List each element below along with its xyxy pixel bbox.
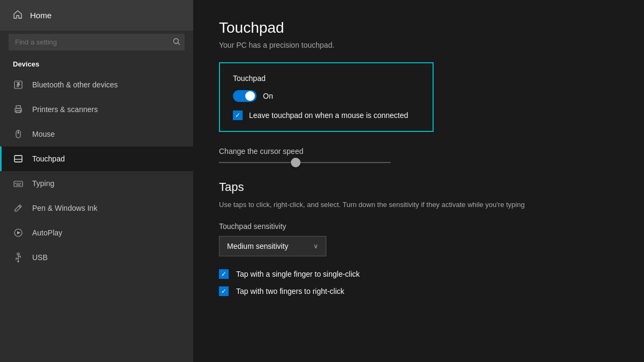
sidebar-item-pen[interactable]: Pen & Windows Ink [0, 196, 193, 220]
checkmark-icon: ✓ [221, 288, 226, 294]
two-finger-tap-checkbox[interactable]: ✓ [219, 286, 229, 296]
sidebar-home-button[interactable]: Home [0, 0, 193, 31]
svg-point-13 [18, 132, 19, 134]
typing-icon [13, 178, 24, 189]
pen-icon [13, 203, 24, 213]
slider-thumb[interactable] [291, 158, 301, 167]
cursor-speed-slider-container [219, 162, 391, 163]
autoplay-icon [13, 227, 24, 238]
svg-point-10 [20, 109, 21, 110]
svg-rect-16 [14, 181, 23, 187]
chevron-down-icon: ∨ [313, 242, 318, 250]
touchpad-icon [13, 153, 24, 164]
single-tap-label: Tap with a single finger to single-click [236, 270, 360, 278]
home-label: Home [30, 11, 52, 20]
svg-rect-14 [14, 156, 22, 162]
leave-touchpad-checkbox-row: ✓ Leave touchpad on when a mouse is conn… [233, 110, 420, 120]
search-icon [173, 38, 180, 47]
taps-description: Use taps to click, right-click, and sele… [219, 200, 541, 210]
svg-line-22 [19, 206, 20, 208]
touchpad-toggle-row: On [233, 90, 420, 102]
leave-touchpad-checkbox[interactable]: ✓ [233, 110, 243, 120]
search-input[interactable] [9, 34, 185, 50]
svg-point-31 [18, 261, 19, 263]
sidebar-item-label: Typing [32, 179, 54, 188]
sensitivity-value: Medium sensitivity [227, 242, 288, 250]
toggle-on-label: On [263, 92, 273, 100]
sidebar-item-printers[interactable]: Printers & scanners [0, 97, 193, 122]
single-tap-checkbox-row: ✓ Tap with a single finger to single-cli… [219, 269, 618, 279]
touchpad-toggle-box: Touchpad On ✓ Leave touchpad on when a m… [219, 62, 434, 132]
sidebar-item-typing[interactable]: Typing [0, 171, 193, 196]
single-tap-checkbox[interactable]: ✓ [219, 269, 229, 279]
sidebar-item-label: Bluetooth & other devices [32, 80, 118, 89]
sidebar-section-label: Devices [0, 58, 193, 72]
sidebar-item-label: USB [32, 253, 48, 262]
main-content: Touchpad Your PC has a precision touchpa… [193, 0, 644, 362]
bluetooth-icon [13, 79, 24, 90]
page-title: Touchpad [219, 19, 618, 36]
sidebar-item-label: AutoPlay [32, 228, 62, 237]
svg-marker-24 [17, 231, 20, 234]
sidebar-item-bluetooth[interactable]: Bluetooth & other devices [0, 72, 193, 97]
sidebar-item-label: Touchpad [32, 154, 65, 163]
home-icon [13, 10, 23, 21]
sidebar-item-touchpad[interactable]: Touchpad [0, 146, 193, 171]
page-subtitle: Your PC has a precision touchpad. [219, 41, 618, 49]
taps-title: Taps [219, 180, 618, 194]
sidebar-item-mouse[interactable]: Mouse [0, 122, 193, 146]
svg-rect-8 [16, 106, 20, 108]
checkmark-icon: ✓ [221, 271, 226, 277]
sidebar-item-usb[interactable]: USB [0, 245, 193, 270]
two-finger-tap-label: Tap with two fingers to right-click [236, 287, 345, 295]
printer-icon [13, 104, 24, 115]
search-container [9, 34, 185, 50]
mouse-icon [13, 129, 24, 139]
two-finger-tap-checkbox-row: ✓ Tap with two fingers to right-click [219, 286, 618, 296]
usb-icon [13, 252, 24, 263]
svg-point-0 [174, 39, 179, 43]
touchpad-toggle[interactable] [233, 90, 257, 102]
sidebar-item-label: Printers & scanners [32, 105, 98, 114]
leave-touchpad-label: Leave touchpad on when a mouse is connec… [249, 111, 408, 120]
sidebar-item-label: Pen & Windows Ink [32, 204, 97, 212]
sidebar-item-label: Mouse [32, 130, 55, 138]
sensitivity-dropdown[interactable]: Medium sensitivity ∨ [219, 236, 326, 256]
cursor-speed-label: Change the cursor speed [219, 147, 618, 156]
sidebar: Home Devices Bluetooth & other devices [0, 0, 193, 362]
svg-rect-25 [17, 253, 19, 255]
slider-track [219, 162, 391, 163]
checkmark-icon: ✓ [235, 112, 240, 119]
sidebar-item-autoplay[interactable]: AutoPlay [0, 220, 193, 245]
sensitivity-label: Touchpad sensitivity [219, 222, 618, 231]
svg-line-1 [178, 43, 180, 45]
touchpad-box-title: Touchpad [233, 74, 420, 83]
